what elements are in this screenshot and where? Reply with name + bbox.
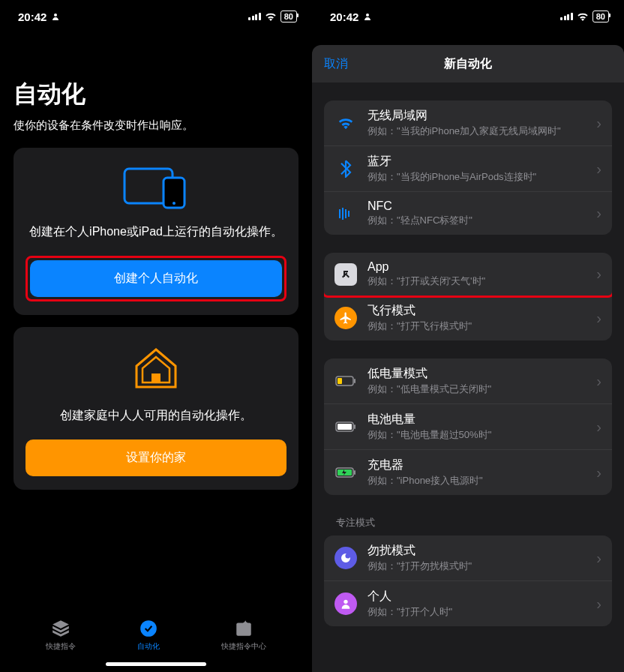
- chevron-right-icon: ›: [596, 205, 602, 222]
- trigger-title: App: [368, 260, 586, 274]
- app-trigger-highlight: App例如："打开或关闭'天气'时" ›: [324, 253, 612, 298]
- trigger-airplane[interactable]: 飞行模式例如："打开飞行模式时" ›: [324, 296, 612, 340]
- chevron-right-icon: ›: [596, 550, 602, 567]
- personal-automation-card: 创建在个人iPhone或iPad上运行的自动化操作。 创建个人自动化: [14, 148, 298, 315]
- trigger-nfc[interactable]: NFC例如："轻点NFC标签时" ›: [324, 191, 612, 235]
- focus-header: 专注模式: [336, 516, 600, 530]
- trigger-sub: 例如："打开飞行模式时": [368, 320, 586, 333]
- modal-title: 新自动化: [444, 56, 492, 72]
- trigger-battery[interactable]: 电池电量例如："电池电量超过50%时" ›: [324, 404, 612, 449]
- trigger-title: 飞行模式: [368, 303, 586, 319]
- svg-point-0: [54, 14, 57, 16]
- tab-label: 快捷指令: [46, 641, 76, 652]
- trigger-lowpower[interactable]: 低电量模式例如："低电量模式已关闭时" ›: [324, 358, 612, 404]
- trigger-title: NFC: [368, 200, 586, 213]
- tab-gallery[interactable]: 快捷指令中心: [221, 619, 266, 652]
- chevron-right-icon: ›: [596, 115, 602, 132]
- home-automation-card: 创建家庭中人人可用的自动化操作。 设置你的家: [14, 327, 298, 490]
- svg-rect-10: [338, 378, 342, 384]
- trigger-title: 充电器: [368, 458, 586, 473]
- chevron-right-icon: ›: [596, 464, 602, 482]
- sparkle-box-icon: [234, 619, 254, 638]
- trigger-sub: 例如："当我的iPhone加入家庭无线局域网时": [368, 124, 586, 138]
- status-time: 20:42: [18, 10, 46, 23]
- card-text-home: 创建家庭中人人可用的自动化操作。: [26, 406, 286, 424]
- battery-icon: 80: [592, 10, 609, 22]
- trigger-wifi[interactable]: 无线局域网例如："当我的iPhone加入家庭无线局域网时" ›: [324, 100, 612, 146]
- airplane-icon: [334, 307, 357, 329]
- trigger-title: 个人: [368, 589, 586, 604]
- wifi-icon: [577, 12, 589, 21]
- svg-rect-15: [354, 470, 356, 475]
- battery-low-icon: [334, 370, 357, 392]
- svg-rect-13: [338, 424, 352, 430]
- phone-left: 20:42 80 自动化 使你的设备在条件改变时作出响应。 创建在个人iPhon…: [0, 0, 312, 672]
- trigger-list[interactable]: 无线局域网例如："当我的iPhone加入家庭无线局域网时" › 蓝牙例如："当我…: [312, 82, 624, 672]
- trigger-group-focus: 勿扰模式例如："打开勿扰模式时" › 个人例如："打开个人时" ›: [324, 536, 612, 626]
- chevron-right-icon: ›: [596, 373, 602, 390]
- tab-label: 自动化: [137, 641, 160, 652]
- trigger-title: 无线局域网: [368, 108, 586, 124]
- wifi-icon: [334, 112, 357, 134]
- trigger-group-network: 无线局域网例如："当我的iPhone加入家庭无线局域网时" › 蓝牙例如："当我…: [324, 100, 612, 235]
- chevron-right-icon: ›: [596, 596, 602, 613]
- clock-check-icon: [139, 619, 158, 638]
- trigger-sub: 例如："打开个人时": [368, 605, 586, 619]
- trigger-group-app: App例如："打开或关闭'天气'时" › 飞行模式例如："打开飞行模式时" ›: [324, 253, 612, 340]
- person-icon: [363, 12, 372, 21]
- trigger-sub: 例如："iPhone接入电源时": [368, 474, 586, 488]
- trigger-sub: 例如："轻点NFC标签时": [368, 214, 586, 227]
- chevron-right-icon: ›: [596, 266, 602, 283]
- trigger-title: 勿扰模式: [368, 543, 586, 559]
- battery-charging-icon: [334, 461, 357, 484]
- create-button-highlight: 创建个人自动化: [26, 256, 286, 302]
- svg-point-5: [140, 620, 157, 637]
- setup-home-button[interactable]: 设置你的家: [26, 440, 286, 476]
- trigger-charger[interactable]: 充电器例如："iPhone接入电源时" ›: [324, 449, 612, 495]
- status-bar: 20:42 80: [0, 0, 312, 33]
- trigger-dnd[interactable]: 勿扰模式例如："打开勿扰模式时" ›: [324, 536, 612, 580]
- trigger-sub: 例如："电池电量超过50%时": [368, 428, 586, 442]
- status-time: 20:42: [330, 10, 358, 23]
- cancel-button[interactable]: 取消: [324, 56, 348, 72]
- trigger-app[interactable]: App例如："打开或关闭'天气'时" ›: [324, 253, 612, 296]
- trigger-sub: 例如："打开或关闭'天气'时": [368, 274, 586, 288]
- page-title: 自动化: [14, 78, 298, 111]
- phone-right: 20:42 80 取消 新自动化 无线局域网例如："当我的iPhone加入家庭无…: [312, 0, 624, 672]
- create-personal-automation-button[interactable]: 创建个人自动化: [30, 260, 282, 297]
- tab-automation[interactable]: 自动化: [137, 619, 160, 652]
- battery-full-icon: [334, 416, 357, 438]
- trigger-sub: 例如："低电量模式已关闭时": [368, 382, 586, 396]
- tab-shortcuts[interactable]: 快捷指令: [46, 619, 76, 652]
- trigger-group-power: 低电量模式例如："低电量模式已关闭时" › 电池电量例如："电池电量超过50%时…: [324, 358, 612, 495]
- person-focus-icon: [334, 592, 357, 615]
- trigger-personal[interactable]: 个人例如："打开个人时" ›: [324, 580, 612, 626]
- svg-rect-9: [354, 379, 356, 383]
- moon-icon: [334, 547, 357, 569]
- person-icon: [51, 12, 60, 21]
- signal-icon: [248, 13, 261, 20]
- svg-point-3: [172, 202, 176, 205]
- trigger-title: 蓝牙: [368, 154, 586, 170]
- trigger-sub: 例如："打开勿扰模式时": [368, 560, 586, 573]
- chevron-right-icon: ›: [596, 418, 602, 436]
- nfc-icon: [334, 202, 357, 225]
- wifi-icon: [265, 12, 277, 21]
- card-text-personal: 创建在个人iPhone或iPad上运行的自动化操作。: [26, 223, 286, 241]
- home-indicator[interactable]: [106, 662, 206, 666]
- page-subtitle: 使你的设备在条件改变时作出响应。: [14, 118, 298, 133]
- chevron-right-icon: ›: [596, 310, 602, 327]
- svg-rect-4: [152, 374, 160, 382]
- trigger-bluetooth[interactable]: 蓝牙例如："当我的iPhone与AirPods连接时" ›: [324, 146, 612, 191]
- bluetooth-icon: [334, 158, 357, 180]
- chevron-right-icon: ›: [596, 160, 602, 178]
- tab-label: 快捷指令中心: [221, 641, 266, 652]
- app-icon: [334, 263, 357, 286]
- status-bar: 20:42 80: [312, 0, 624, 33]
- trigger-sub: 例如："当我的iPhone与AirPods连接时": [368, 170, 586, 184]
- signal-icon: [560, 13, 573, 20]
- svg-rect-12: [354, 424, 356, 429]
- svg-point-17: [344, 600, 347, 604]
- svg-point-7: [366, 14, 369, 16]
- trigger-title: 低电量模式: [368, 366, 586, 382]
